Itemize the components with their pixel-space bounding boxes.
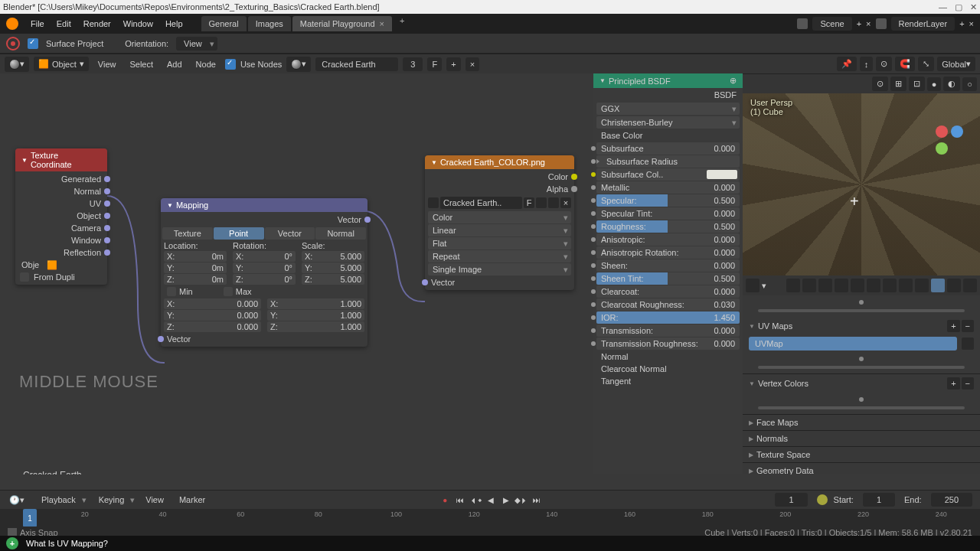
mapping-type-texture[interactable]: Texture [162, 227, 213, 240]
source-dropdown[interactable]: Single Image [428, 263, 571, 276]
min-checkbox[interactable] [167, 287, 176, 296]
interpolation-dropdown[interactable]: Linear [428, 224, 571, 236]
scene-delete-button[interactable]: × [866, 19, 871, 28]
keyframe-prev-button[interactable]: ⏴◆ [469, 494, 482, 506]
material-unlink-button[interactable]: × [466, 57, 479, 71]
material-users-count[interactable]: 3 [403, 57, 423, 71]
image-texture-node[interactable]: Cracked Earth_COLOR.png Color Alpha Crac… [425, 155, 574, 290]
rot-z[interactable]: Z:0° [233, 274, 296, 285]
record-button[interactable]: ● [439, 494, 451, 506]
axis-x-icon[interactable] [936, 126, 948, 138]
3d-viewport[interactable]: User Persp (1) Cube + [743, 93, 980, 276]
current-frame-field[interactable]: 1 [775, 493, 807, 507]
timeline-editor-icon[interactable]: 🕐▾ [5, 494, 29, 507]
jump-start-button[interactable]: ⏮ [454, 494, 466, 506]
props-tab-icon[interactable] [867, 279, 880, 292]
properties-panel[interactable]: UV Maps+− UVMap Vertex Colors+− Face Map… [743, 295, 980, 474]
props-tab-icon[interactable] [883, 279, 897, 292]
bsdf-prop-subsurface-radius[interactable]: Subsurface Radius [596, 155, 740, 168]
play-reverse-button[interactable]: ◀ [485, 494, 497, 506]
minimize-btn[interactable]: — [939, 2, 947, 12]
props-tab-icon[interactable] [835, 279, 848, 292]
orientation-dropdown[interactable]: View [176, 37, 217, 51]
workspace-tab-images[interactable]: Images [248, 16, 291, 31]
node-title[interactable]: Mapping [161, 198, 368, 212]
bsdf-prop-transmission-[interactable]: Transmission:0.000 [596, 324, 740, 337]
rot-x[interactable]: X:0° [233, 251, 296, 262]
section-uv-maps[interactable]: UV Maps+− [743, 317, 980, 335]
vp-shading-icon[interactable]: ● [927, 77, 942, 91]
mapping-type-vector[interactable]: Vector [265, 227, 315, 240]
bsdf-prop-clearcoat-roughness-[interactable]: Clearcoat Roughness:0.030 [596, 298, 740, 311]
remove-button[interactable]: − [962, 377, 974, 390]
add-button[interactable]: + [947, 320, 959, 332]
vp-tool-icon[interactable]: ⊞ [890, 77, 906, 91]
subsurface-method-dropdown[interactable]: Christensen-Burley [596, 116, 740, 129]
loc-y[interactable]: Y:0m [164, 262, 227, 273]
uvmap-item[interactable]: UVMap [749, 337, 957, 350]
use-nodes-checkbox[interactable]: ✓ [225, 59, 236, 70]
props-tab-icon[interactable] [818, 279, 832, 292]
cursor-tool-icon[interactable] [6, 37, 20, 51]
socket-window[interactable] [104, 237, 110, 243]
bsdf-prop-anisotropic-[interactable]: Anisotropic:0.000 [596, 233, 740, 246]
rot-y[interactable]: Y:0° [233, 262, 296, 273]
socket-reflection[interactable] [104, 249, 110, 256]
object-mode-button[interactable]: 🟧 Object▾ [34, 57, 89, 71]
node-editor-canvas[interactable]: Texture Coordinate Generated Normal UV O… [0, 73, 593, 474]
principled-bsdf-node[interactable]: Principled BSDF⊕ BSDF GGX Christensen-Bu… [593, 73, 743, 474]
distribution-dropdown[interactable]: GGX [596, 103, 740, 115]
fake-user-icon[interactable]: F [524, 197, 534, 208]
socket-vector-in[interactable] [422, 279, 428, 285]
max-checkbox[interactable] [224, 287, 233, 296]
camera-icon[interactable] [962, 337, 974, 350]
socket-uv[interactable] [104, 201, 110, 207]
projection-dropdown[interactable]: Flat [428, 237, 571, 249]
scene-selector[interactable]: Scene [812, 17, 851, 31]
play-button[interactable]: ▶ [500, 494, 512, 506]
bsdf-prop-sheen-[interactable]: Sheen:0.000 [596, 259, 740, 272]
marker-menu[interactable]: Marker [175, 494, 210, 506]
menu-view[interactable]: View [93, 57, 121, 71]
bsdf-prop-subsurface[interactable]: Subsurface0.000 [596, 142, 740, 155]
scene-add-button[interactable]: + [857, 19, 861, 28]
material-new-button[interactable]: + [446, 57, 460, 71]
global-dropdown[interactable]: Global▾ [937, 57, 975, 71]
workspace-add-button[interactable]: + [394, 16, 410, 31]
mapping-node[interactable]: Mapping Vector Texture Point Vector Norm… [161, 198, 368, 347]
bsdf-prop-anisotropic-rotation-[interactable]: Anisotropic Rotation:0.000 [596, 246, 740, 259]
renderlayer-selector[interactable]: RenderLayer [891, 17, 956, 31]
section-vertex-colors[interactable]: Vertex Colors+− [743, 374, 980, 393]
jump-end-button[interactable]: ⏭ [531, 494, 543, 506]
vp-tool-icon[interactable]: ⊡ [909, 77, 925, 91]
props-tab-icon[interactable] [786, 279, 800, 292]
bsdf-prop-transmission-roughness-[interactable]: Transmission Roughness:0.000 [596, 337, 740, 350]
vp-tool-icon[interactable]: ⊙ [872, 77, 888, 91]
menu-render[interactable]: Render [79, 18, 116, 30]
workspace-tab-general[interactable]: General [201, 16, 247, 31]
editor-type-button[interactable]: ▾ [5, 57, 29, 72]
material-name-input[interactable] [315, 57, 398, 71]
socket-alpha-out[interactable] [571, 186, 577, 192]
maximize-btn[interactable]: ▢ [955, 2, 962, 12]
pin-button[interactable]: 📌 [837, 57, 857, 71]
bsdf-prop-base-color[interactable]: Base Color [593, 129, 743, 142]
layer-add-button[interactable]: + [959, 19, 964, 28]
socket-generated[interactable] [104, 176, 110, 182]
transform-space-button[interactable]: ⤡ [918, 57, 934, 71]
image-unlink-icon[interactable]: × [560, 197, 571, 208]
bsdf-prop-subsurface-col--[interactable]: Subsurface Col.. [596, 168, 740, 181]
image-browse-icon[interactable] [428, 197, 439, 208]
scl-y[interactable]: Y:5.000 [302, 262, 364, 273]
vp-shading-icon[interactable]: ◐ [943, 77, 960, 91]
axis-gizmo[interactable] [934, 124, 965, 158]
node-title[interactable]: Texture Coordinate [15, 148, 107, 171]
tool-button-2[interactable]: ⊙ [876, 57, 892, 71]
menu-help[interactable]: Help [161, 18, 188, 30]
section-tex-space[interactable]: Texture Space [743, 447, 980, 462]
material-slot-button[interactable]: ▾ [286, 57, 311, 72]
keying-menu[interactable]: Keying [93, 494, 136, 506]
menu-select[interactable]: Select [125, 57, 158, 71]
view-menu[interactable]: View [141, 494, 168, 506]
remove-button[interactable]: − [962, 320, 974, 332]
